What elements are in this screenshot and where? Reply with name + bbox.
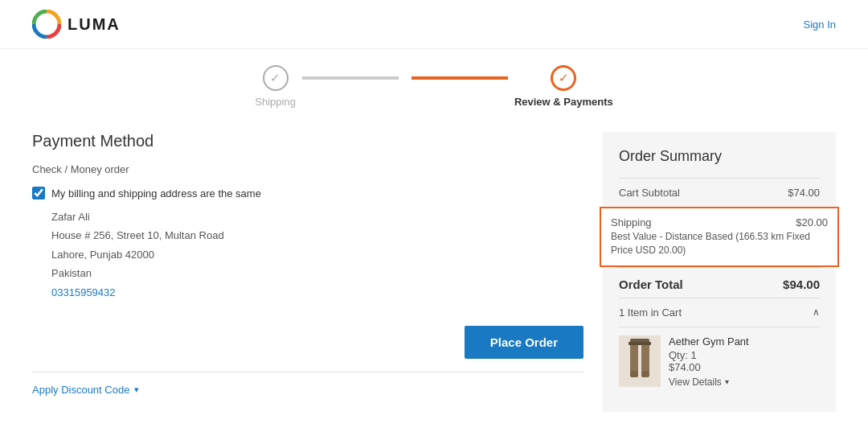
svg-rect-5	[641, 371, 649, 377]
logo-area: LUMA	[32, 10, 121, 39]
payment-method-title: Payment Method	[32, 132, 583, 150]
payment-option-label: Check / Money order	[32, 163, 583, 175]
order-total-label: Order Total	[619, 278, 683, 291]
divider	[32, 372, 583, 372]
progress-bar: ✓ Shipping ✓ Review & Payments	[0, 49, 868, 116]
item-price: $74.00	[669, 361, 749, 373]
main-layout: Payment Method Check / Money order My bi…	[0, 116, 868, 428]
svg-rect-6	[628, 342, 651, 345]
cart-item: Aether Gym Pant Qty: 1 $74.00 View Detai…	[619, 327, 820, 396]
cart-subtotal-label: Cart Subtotal	[619, 187, 680, 199]
step1-circle: ✓	[263, 65, 289, 91]
discount-chevron-icon: ▾	[134, 385, 139, 395]
order-summary: Order Summary Cart Subtotal $74.00 Shipp…	[603, 132, 836, 412]
view-details-label: View Details	[669, 376, 722, 388]
shipping-value: $20.00	[796, 216, 828, 228]
luma-logo-icon	[32, 10, 61, 39]
discount-code-label: Apply Discount Code	[32, 384, 129, 396]
place-order-row: Place Order	[32, 326, 583, 359]
step-shipping: ✓ Shipping	[255, 65, 296, 108]
item-name: Aether Gym Pant	[669, 335, 749, 348]
items-toggle-chevron-icon: ∧	[813, 306, 820, 318]
sign-in-link[interactable]: Sign In	[804, 19, 836, 31]
items-in-cart-label: 1 Item in Cart	[619, 306, 682, 319]
address-phone: 03315959432	[51, 283, 583, 302]
svg-rect-2	[630, 343, 638, 372]
shipping-label: Shipping	[611, 216, 652, 228]
address-name: Zafar Ali	[51, 208, 583, 226]
step-review: ✓ Review & Payments	[514, 65, 613, 108]
svg-rect-4	[630, 371, 638, 377]
billing-address-label: My billing and shipping address are the …	[51, 187, 261, 199]
view-details-row[interactable]: View Details ▾	[669, 376, 749, 388]
address-city: Lahore, Punjab 42000	[51, 245, 583, 264]
step1-label: Shipping	[255, 96, 296, 108]
order-total-row: Order Total $94.00	[619, 267, 820, 298]
left-panel: Payment Method Check / Money order My bi…	[32, 132, 583, 412]
order-total-value: $94.00	[783, 278, 820, 291]
discount-code-row[interactable]: Apply Discount Code ▾	[32, 384, 583, 396]
order-summary-title: Order Summary	[619, 148, 820, 165]
shipping-row: Shipping $20.00 Best Value - Distance Ba…	[600, 207, 839, 267]
shipping-amount-row: Shipping $20.00	[611, 216, 828, 228]
item-image-svg	[624, 339, 656, 383]
place-order-button[interactable]: Place Order	[465, 326, 583, 359]
step2-label: Review & Payments	[514, 96, 613, 108]
items-in-cart-toggle[interactable]: 1 Item in Cart ∧	[619, 298, 820, 327]
billing-address-checkbox[interactable]	[32, 187, 45, 199]
connector-left	[302, 76, 399, 80]
connector-right	[411, 76, 508, 80]
svg-rect-3	[641, 343, 649, 372]
item-qty: Qty: 1	[669, 349, 749, 361]
view-details-chevron-icon: ▾	[725, 377, 729, 386]
cart-subtotal-value: $74.00	[788, 187, 820, 199]
billing-address-checkbox-row: My billing and shipping address are the …	[32, 187, 583, 199]
logo-text: LUMA	[68, 15, 121, 34]
page-header: LUMA Sign In	[0, 0, 868, 49]
step2-circle: ✓	[551, 65, 576, 91]
address-block: Zafar Ali House # 256, Street 10, Multan…	[32, 208, 583, 302]
item-details: Aether Gym Pant Qty: 1 $74.00 View Detai…	[669, 335, 749, 388]
right-panel: Order Summary Cart Subtotal $74.00 Shipp…	[603, 132, 836, 412]
item-thumbnail	[619, 335, 661, 387]
shipping-detail: Best Value - Distance Based (166.53 km F…	[611, 230, 828, 257]
address-country: Pakistan	[51, 264, 583, 282]
address-street: House # 256, Street 10, Multan Road	[51, 226, 583, 245]
cart-subtotal-row: Cart Subtotal $74.00	[619, 178, 820, 207]
